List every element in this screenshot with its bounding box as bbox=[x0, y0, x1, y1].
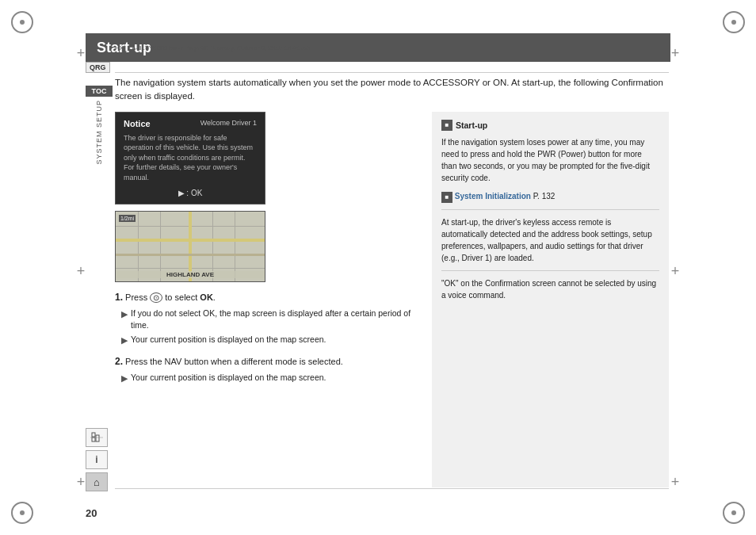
right-para-2: At start-up, the driver's keyless access… bbox=[441, 216, 659, 264]
nav-icon-info[interactable]: i bbox=[86, 450, 108, 469]
corner-mark-tl bbox=[11, 11, 33, 33]
right-section-title: ■ Start-up bbox=[441, 120, 659, 132]
info-icon: i bbox=[95, 454, 97, 465]
nav-icon-map[interactable] bbox=[86, 428, 108, 447]
step-1-bullet-2: ▶ Your current position is displayed on … bbox=[121, 334, 416, 346]
map-icon bbox=[90, 431, 103, 444]
notice-header: Notice Welcome Driver 1 bbox=[124, 119, 257, 128]
col-left: Notice Welcome Driver 1 The driver is re… bbox=[115, 112, 416, 488]
qrg-badge: QRG bbox=[86, 62, 110, 73]
file-info: HX_KA-31TY2800.book Page 20 Tuesday, Oct… bbox=[115, 44, 311, 52]
bottom-nav-area: i ⌂ bbox=[86, 428, 108, 491]
corner-mark-br bbox=[723, 502, 745, 524]
main-content: The navigation system starts automatical… bbox=[115, 73, 669, 487]
intro-text: The navigation system starts automatical… bbox=[115, 73, 669, 104]
two-column-layout: Notice Welcome Driver 1 The driver is re… bbox=[115, 112, 669, 488]
step-1-bullet-1: ▶ If you do not select OK, the map scree… bbox=[121, 308, 416, 331]
toc-badge[interactable]: TOC bbox=[86, 86, 113, 97]
right-divider-2 bbox=[441, 270, 659, 271]
steps-container: 1. Press ⊙ to select OK. ▶ If you do not… bbox=[115, 290, 416, 384]
page-number: 20 bbox=[86, 507, 97, 519]
svg-rect-0 bbox=[92, 438, 95, 441]
toc-sidebar: TOC System Setup bbox=[86, 86, 113, 165]
right-divider bbox=[441, 209, 659, 210]
notice-title: Notice bbox=[124, 119, 151, 128]
right-link-icon: ■ bbox=[441, 192, 452, 203]
map-road-h2 bbox=[116, 254, 265, 256]
crosshair-mid-left bbox=[71, 262, 90, 281]
step-1: 1. Press ⊙ to select OK. ▶ If you do not… bbox=[115, 290, 416, 346]
map-screen-image: 1/2mi HIGHLAND AVE bbox=[115, 211, 265, 282]
map-street-label: HIGHLAND AVE bbox=[116, 271, 265, 278]
right-section-icon: ■ bbox=[441, 120, 452, 131]
right-link-line: ■ System Initialization P. 132 bbox=[441, 190, 659, 203]
step-2-text: 2. Press the NAV button when a different… bbox=[115, 354, 416, 369]
nav-icon-home[interactable]: ⌂ bbox=[86, 472, 108, 491]
notice-subtitle: Welcome Driver 1 bbox=[200, 119, 257, 128]
svg-rect-1 bbox=[96, 435, 99, 441]
notice-screen-image: Notice Welcome Driver 1 The driver is re… bbox=[115, 112, 265, 205]
step-2-bullet-1: ▶ Your current position is displayed on … bbox=[121, 372, 416, 384]
right-para-1: If the navigation system loses power at … bbox=[441, 136, 659, 184]
corner-mark-tr bbox=[723, 11, 745, 33]
corner-mark-bl bbox=[11, 502, 33, 524]
notice-ok: ▶ : OK bbox=[124, 189, 257, 197]
separator-bottom bbox=[115, 488, 669, 489]
toc-sidebar-label: System Setup bbox=[95, 100, 103, 165]
notice-body: The driver is responsible for safe opera… bbox=[124, 133, 257, 183]
svg-rect-2 bbox=[92, 433, 95, 437]
col-right: ■ Start-up If the navigation system lose… bbox=[432, 112, 669, 488]
step-1-text: 1. Press ⊙ to select OK. bbox=[115, 290, 416, 304]
step-2: 2. Press the NAV button when a different… bbox=[115, 354, 416, 384]
map-distance-indicator: 1/2mi bbox=[119, 215, 136, 222]
home-icon: ⌂ bbox=[94, 476, 100, 488]
right-para-3: "OK" on the Confirmation screen cannot b… bbox=[441, 277, 659, 301]
